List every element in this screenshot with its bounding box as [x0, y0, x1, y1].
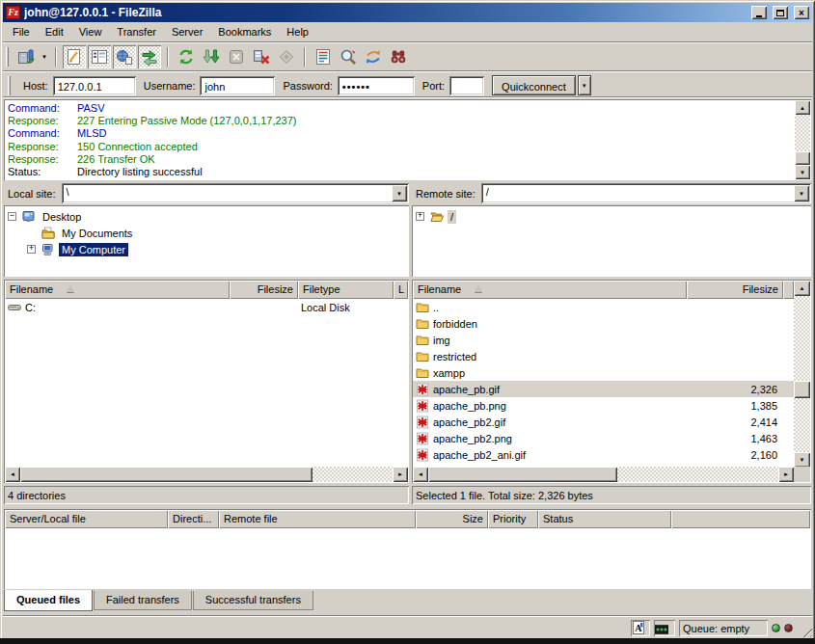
expand-icon[interactable]: + — [416, 212, 424, 221]
file-row-apache-pb2-gif[interactable]: apache_pb2.gif2,414 — [413, 414, 794, 430]
toggle-local-tree-button[interactable] — [88, 45, 111, 68]
scroll-up-button[interactable]: ▲ — [794, 281, 810, 296]
password-input[interactable] — [338, 76, 415, 95]
column-header-filetype[interactable]: Filetype — [298, 281, 394, 299]
file-row-apache-pb-gif[interactable]: apache_pb.gif2,326 — [413, 381, 794, 397]
log-scrollbar[interactable]: ▲ ▼ — [795, 100, 810, 179]
site-manager-dropdown[interactable]: ▼ — [39, 45, 50, 68]
tree-item-item[interactable]: +/ — [416, 208, 809, 225]
menu-item-bookmarks[interactable]: Bookmarks — [210, 24, 279, 40]
file-row-forbidden[interactable]: forbidden — [413, 315, 794, 332]
disconnect-button[interactable] — [250, 45, 273, 68]
column-header-priority[interactable]: Priority — [488, 510, 538, 528]
file-row-c[interactable]: C:Local Disk — [5, 299, 408, 315]
maximize-button[interactable] — [773, 6, 788, 19]
remote-hscrollbar[interactable]: ◄ ► — [413, 467, 794, 482]
quickbar-grip[interactable] — [8, 76, 11, 95]
tab-successful-transfers[interactable]: Successful transfers — [193, 591, 313, 610]
menu-item-file[interactable]: File — [5, 24, 38, 40]
file-row-apache-pb2-ani-gif[interactable]: apache_pb2_ani.gif2,160 — [413, 446, 794, 463]
file-name: forbidden — [433, 318, 477, 330]
column-header-server-local-file[interactable]: Server/Local file — [5, 510, 168, 528]
file-row-apache-pb2-png[interactable]: apache_pb2.png1,463 — [413, 430, 794, 446]
refresh-button[interactable] — [175, 45, 198, 68]
scroll-thumb[interactable] — [794, 381, 810, 398]
file-row-restricted[interactable]: restricted — [413, 348, 794, 364]
column-header-status[interactable]: Status — [538, 510, 671, 528]
column-header-filesize[interactable]: Filesize — [230, 281, 298, 299]
expand-icon[interactable]: + — [27, 245, 36, 254]
scroll-left-button[interactable]: ◄ — [413, 467, 428, 482]
file-size-cell — [687, 364, 783, 381]
tree-item-my-computer[interactable]: +My Computer — [8, 241, 407, 257]
file-size-cell: 2,326 — [687, 381, 783, 397]
toolbar-grip[interactable] — [6, 47, 9, 67]
username-input[interactable] — [200, 76, 275, 95]
collapse-icon[interactable]: − — [8, 212, 16, 221]
file-name: apache_pb.gif — [433, 384, 500, 395]
local-site-combo[interactable]: \ ▼ — [62, 183, 409, 203]
scroll-down-button[interactable]: ▼ — [794, 452, 810, 468]
file-row-apache-pb-png[interactable]: apache_pb.png1,385 — [413, 397, 794, 414]
menu-item-help[interactable]: Help — [279, 24, 316, 40]
file-row-img[interactable]: img — [413, 332, 794, 348]
column-header-filename[interactable]: Filename — [5, 281, 230, 299]
site-manager-button[interactable] — [14, 45, 38, 68]
title-bar[interactable]: Fz john@127.0.0.1 - FileZilla × — [3, 3, 812, 22]
tree-item-my-documents[interactable]: My Documents — [8, 225, 407, 241]
scroll-left-button[interactable]: ◄ — [5, 467, 20, 482]
scroll-track[interactable] — [795, 115, 810, 165]
scroll-right-button[interactable]: ► — [393, 467, 408, 482]
scroll-thumb[interactable] — [428, 467, 617, 482]
scroll-right-button[interactable]: ► — [778, 467, 794, 482]
quickconnect-button[interactable]: Quickconnect — [492, 75, 576, 95]
sync-browse-button[interactable] — [362, 45, 385, 68]
column-header-filename[interactable]: Filename — [413, 281, 687, 299]
tab-queued-files[interactable]: Queued files — [4, 590, 93, 611]
transfer-type-indicator[interactable]: A — [631, 620, 650, 636]
menu-item-server[interactable]: Server — [164, 24, 210, 40]
column-header-remote-file[interactable]: Remote file — [219, 510, 416, 528]
menu-item-edit[interactable]: Edit — [38, 24, 71, 40]
speed-limits-indicator[interactable] — [654, 620, 675, 636]
remote-vscrollbar[interactable]: ▲ ▼ — [794, 281, 810, 468]
menu-item-view[interactable]: View — [71, 24, 110, 40]
column-header-directi[interactable]: Directi... — [168, 510, 219, 528]
toggle-remote-tree-button[interactable] — [113, 45, 136, 68]
local-site-dropdown[interactable]: ▼ — [392, 185, 407, 201]
refresh-icon — [177, 47, 196, 67]
scroll-track[interactable] — [312, 467, 393, 482]
menu-item-transfer[interactable]: Transfer — [109, 24, 164, 40]
scroll-thumb[interactable] — [20, 467, 312, 482]
column-header-label: Filetype — [303, 283, 340, 295]
remote-site-dropdown[interactable]: ▼ — [794, 185, 809, 201]
find-files-button[interactable] — [387, 45, 410, 68]
close-button[interactable]: × — [794, 6, 809, 19]
toggle-log-button[interactable] — [63, 45, 86, 68]
local-hscrollbar[interactable]: ◄ ► — [5, 467, 408, 482]
file-row-xampp[interactable]: xampp — [413, 364, 794, 381]
scroll-track[interactable] — [794, 296, 810, 452]
port-input[interactable] — [449, 76, 484, 95]
scroll-track[interactable] — [617, 467, 778, 482]
filter-button[interactable] — [312, 45, 335, 68]
transfer-type-icon: A — [632, 621, 645, 634]
minimize-button[interactable] — [751, 6, 767, 19]
compare-button[interactable] — [337, 45, 360, 68]
file-row-item[interactable]: .. — [413, 299, 794, 315]
scroll-down-button[interactable]: ▼ — [795, 165, 810, 179]
host-input[interactable] — [53, 76, 136, 95]
process-queue-button[interactable] — [200, 45, 223, 68]
remote-site-combo[interactable]: / ▼ — [481, 183, 811, 203]
column-header-l[interactable]: L — [394, 281, 408, 299]
scroll-up-button[interactable]: ▲ — [795, 100, 810, 115]
toolbar: ▼ — [3, 43, 812, 69]
tree-item-desktop[interactable]: −Desktop — [8, 208, 407, 225]
tab-failed-transfers[interactable]: Failed transfers — [94, 591, 192, 610]
toggle-queue-button[interactable] — [138, 45, 161, 68]
column-header-size[interactable]: Size — [416, 510, 488, 528]
scroll-thumb[interactable] — [795, 151, 810, 165]
file-name: img — [433, 335, 450, 346]
column-header-filesize[interactable]: Filesize — [687, 281, 783, 299]
quickconnect-dropdown[interactable]: ▼ — [578, 75, 591, 95]
